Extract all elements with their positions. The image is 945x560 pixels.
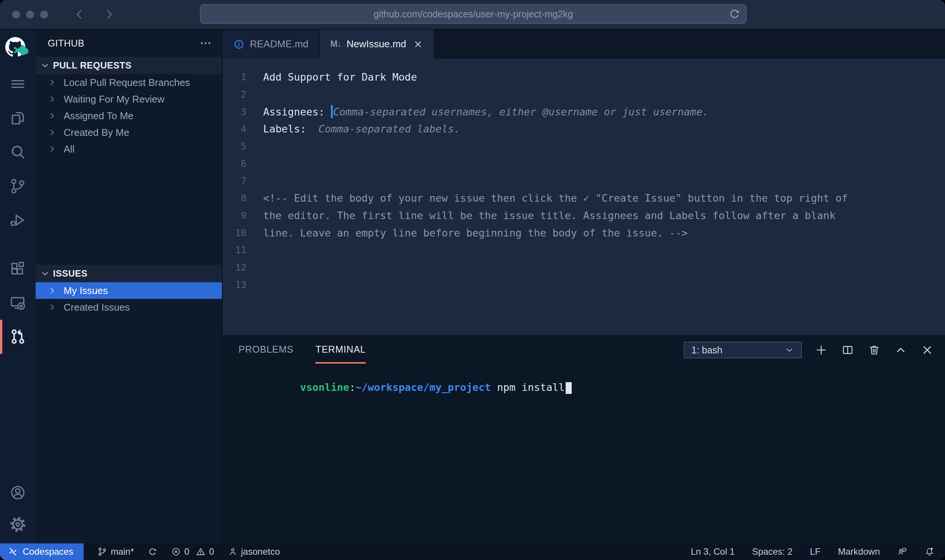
chevron-down-icon [784, 345, 794, 355]
editor-line: 6 [223, 155, 945, 172]
editor-area[interactable]: 1Add Support for Dark Mode 2 3Assignees:… [223, 59, 945, 335]
editor-line: 1Add Support for Dark Mode [223, 68, 945, 86]
more-actions-icon[interactable] [199, 37, 212, 50]
comment-text[interactable]: line. Leave an empty line before beginni… [263, 227, 688, 239]
chevron-right-icon [48, 111, 57, 120]
editor-tab-bar: README.md M↓ NewIssue.md [223, 30, 945, 59]
editor-line: 9the editor. The first line will be the … [223, 207, 945, 224]
line-number: 11 [223, 244, 263, 255]
close-panel-icon[interactable] [920, 343, 934, 357]
language-mode[interactable]: Markdown [838, 546, 880, 557]
sidebar-item-my-issues[interactable]: My Issues [36, 282, 222, 299]
window-minimize-button[interactable] [26, 11, 34, 19]
line-number: 7 [223, 175, 263, 186]
window-close-button[interactable] [12, 11, 20, 19]
sidebar-item-all[interactable]: All [36, 141, 222, 157]
editor-line: 7 [223, 172, 945, 190]
sidebar-spacer [36, 157, 222, 265]
extensions-icon[interactable] [0, 258, 36, 279]
sidebar-item-local-pull-request-branches[interactable]: Local Pull Request Branches [36, 74, 222, 91]
line-number: 3 [223, 106, 263, 117]
sidebar-item-created-issues[interactable]: Created Issues [36, 299, 222, 316]
chevron-right-icon [48, 128, 57, 137]
text-cursor [331, 105, 333, 118]
terminal-cursor [566, 382, 572, 394]
editor-line: 8<!-- Edit the body of your new issue th… [223, 190, 945, 207]
browser-back-icon[interactable] [73, 8, 86, 21]
sidebar-item-waiting-for-my-review[interactable]: Waiting For My Review [36, 91, 222, 107]
source-control-icon[interactable] [0, 176, 36, 197]
eol-setting[interactable]: LF [810, 546, 820, 557]
sync-icon [148, 547, 158, 557]
menu-button[interactable] [0, 73, 36, 95]
tab-label: README.md [250, 38, 309, 50]
new-terminal-icon[interactable] [814, 343, 828, 357]
sidebar-item-assigned-to-me[interactable]: Assigned To Me [36, 107, 222, 124]
sidebar: GITHUB PULL REQUESTS Local Pull Request … [36, 30, 223, 543]
feedback-button[interactable] [897, 547, 907, 557]
remote-codespaces-badge[interactable]: Codespaces [0, 543, 84, 560]
browser-forward-icon[interactable] [103, 8, 115, 21]
search-icon[interactable] [0, 142, 36, 163]
editor-line: 2 [223, 86, 945, 103]
section-issues[interactable]: ISSUES [36, 265, 222, 282]
chevron-right-icon [48, 78, 57, 87]
kill-terminal-trash-icon[interactable] [867, 343, 881, 357]
run-debug-icon[interactable] [0, 210, 36, 231]
notifications-button[interactable] [925, 547, 934, 557]
feedback-icon [897, 547, 907, 557]
github-codespaces-logo [5, 37, 30, 62]
terminal-command: npm install [491, 381, 565, 393]
close-icon[interactable] [413, 39, 423, 49]
comment-text[interactable]: <!-- Edit the body of your new issue the… [263, 192, 848, 204]
sync-indicator[interactable] [148, 547, 158, 557]
sidebar-item-created-by-me[interactable]: Created By Me [36, 124, 222, 141]
warning-count: 0 [209, 546, 214, 557]
tab-label: NewIssue.md [346, 38, 406, 50]
placeholder-text[interactable]: Comma-separated usernames, either @usern… [333, 106, 709, 118]
tab-readme[interactable]: README.md [223, 30, 320, 59]
url-text: github.com/codespaces/user-my-project-mg… [374, 9, 573, 20]
line-number: 13 [223, 279, 263, 290]
settings-gear-icon[interactable] [0, 514, 36, 535]
code-text[interactable]: Add Support for Dark Mode [263, 71, 417, 83]
signed-in-user[interactable]: jasonetco [228, 546, 280, 557]
remote-explorer-icon[interactable] [0, 292, 36, 313]
terminal[interactable]: vsonline:~/workspace/my_project npm inst… [223, 364, 945, 543]
person-icon [228, 547, 238, 557]
line-number: 1 [223, 72, 263, 82]
code-text[interactable]: Labels: [263, 123, 318, 135]
comment-text[interactable]: the editor. The first line will be the i… [263, 210, 836, 221]
indentation-setting[interactable]: Spaces: 2 [752, 546, 793, 557]
code-text[interactable]: Assignees: [263, 106, 331, 118]
tab-newissue[interactable]: M↓ NewIssue.md [320, 30, 434, 59]
section-pull-requests[interactable]: PULL REQUESTS [36, 57, 222, 74]
line-number: 12 [223, 262, 263, 273]
url-input[interactable]: github.com/codespaces/user-my-project-mg… [200, 4, 747, 24]
chevron-right-icon [48, 95, 57, 104]
placeholder-text[interactable]: Comma-separated labels. [318, 123, 460, 135]
tab-terminal[interactable]: TERMINAL [315, 336, 366, 364]
split-terminal-icon[interactable] [841, 343, 855, 357]
info-icon [233, 39, 245, 50]
bottom-panel: PROBLEMS TERMINAL 1: bash [223, 335, 945, 543]
editor-line: 3Assignees: Comma-separated usernames, e… [223, 103, 945, 120]
problems-indicator[interactable]: 0 0 [171, 546, 214, 557]
line-number: 9 [223, 210, 263, 221]
account-icon[interactable] [0, 482, 36, 503]
github-pull-requests-icon[interactable] [0, 326, 36, 347]
activity-bar [0, 30, 36, 543]
reload-icon[interactable] [728, 8, 741, 20]
terminal-shell-select[interactable]: 1: bash [684, 342, 802, 358]
window-maximize-button[interactable] [40, 11, 48, 19]
branch-indicator[interactable]: main* [97, 546, 134, 557]
line-number: 2 [223, 89, 263, 100]
tab-problems[interactable]: PROBLEMS [239, 336, 293, 364]
browser-window: github.com/codespaces/user-my-project-mg… [0, 0, 945, 560]
chevron-right-icon [48, 303, 57, 312]
git-branch-icon [97, 547, 107, 557]
explorer-icon[interactable] [0, 107, 36, 129]
editor-line: 10line. Leave an empty line before begin… [223, 224, 945, 241]
cursor-position[interactable]: Ln 3, Col 1 [691, 546, 734, 557]
maximize-panel-icon[interactable] [894, 343, 908, 357]
